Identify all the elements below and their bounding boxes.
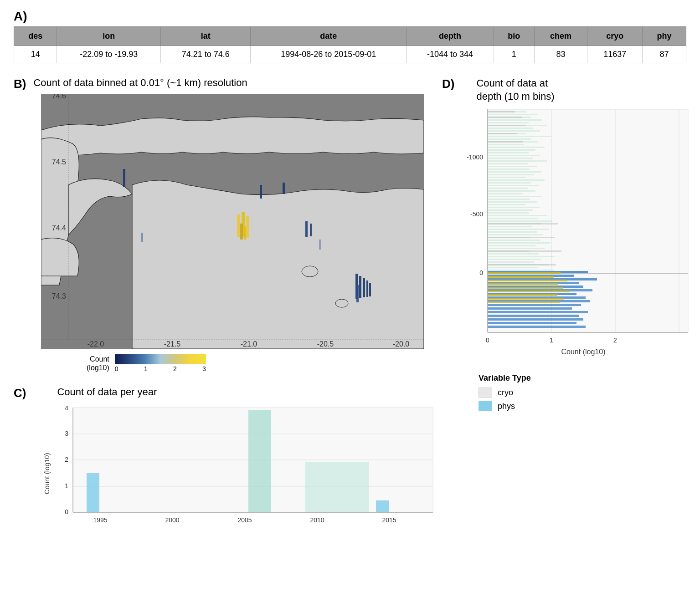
map-svg: -22.0 -21.5 -21.0 -20.5 -20.0 74.3 74.4 … <box>41 94 424 349</box>
legend-title: Variable Type <box>479 373 700 383</box>
col-header-cryo: cryo <box>587 27 643 46</box>
col-header-lon: lon <box>57 27 161 46</box>
svg-rect-61 <box>488 114 538 115</box>
page-container: A) des lon lat date depth bio chem cryo … <box>0 0 700 540</box>
data-table: des lon lat date depth bio chem cryo phy… <box>14 26 686 63</box>
svg-rect-86 <box>488 182 531 184</box>
section-a: A) des lon lat date depth bio chem cryo … <box>14 9 686 63</box>
svg-rect-110 <box>488 248 545 249</box>
section-c-label: C) <box>14 386 26 400</box>
svg-rect-69 <box>488 136 551 137</box>
svg-rect-125 <box>488 237 555 238</box>
colorbar-gradient <box>115 354 206 364</box>
svg-text:0: 0 <box>486 337 489 344</box>
svg-rect-82 <box>488 171 541 173</box>
cell-lon: -22.09 to -19.93 <box>57 46 161 63</box>
svg-rect-95 <box>488 207 540 208</box>
svg-rect-126 <box>488 250 561 252</box>
svg-rect-8 <box>141 233 143 242</box>
svg-rect-80 <box>488 166 537 167</box>
svg-rect-88 <box>488 188 528 189</box>
svg-rect-146 <box>488 280 567 281</box>
svg-rect-123 <box>488 141 523 143</box>
lower-panels: B) Count of data binned at 0.01° (~1 km)… <box>14 77 686 530</box>
svg-rect-84 <box>488 177 526 178</box>
chart-d-svg: -1000 -500 0 0 1 2 Count (log10) <box>460 105 697 360</box>
colorbar-label: Count (log10) <box>87 355 109 372</box>
svg-rect-2 <box>283 183 285 194</box>
svg-rect-77 <box>488 158 533 159</box>
svg-rect-12 <box>359 276 361 298</box>
svg-rect-66 <box>488 128 533 129</box>
map-container: -22.0 -21.5 -21.0 -20.5 -20.0 74.3 74.4 … <box>41 94 424 349</box>
bar-2009 <box>305 462 369 512</box>
svg-rect-75 <box>488 152 529 153</box>
svg-rect-72 <box>488 144 524 145</box>
panel-d-title: Count of data at depth (10 m bins) <box>476 77 554 103</box>
svg-rect-93 <box>488 201 537 203</box>
cell-phy: 87 <box>643 46 686 63</box>
svg-rect-85 <box>488 179 545 181</box>
svg-text:2000: 2000 <box>165 516 179 524</box>
svg-rect-3 <box>237 214 240 237</box>
svg-text:-20.0: -20.0 <box>393 340 410 348</box>
col-header-des: des <box>14 27 57 46</box>
svg-rect-104 <box>488 231 537 233</box>
legend-swatch-cryo <box>479 388 492 398</box>
cell-date: 1994-08-26 to 2015-09-01 <box>251 46 407 63</box>
svg-rect-148 <box>488 287 563 289</box>
svg-rect-78 <box>488 160 547 162</box>
colorbar-container: Count (log10) 0 1 2 3 <box>87 354 442 372</box>
svg-rect-99 <box>488 218 538 219</box>
svg-rect-96 <box>488 209 533 211</box>
bar-2006 <box>248 410 271 512</box>
svg-text:-1000: -1000 <box>467 153 483 161</box>
svg-rect-83 <box>488 174 534 175</box>
svg-rect-140 <box>488 315 579 317</box>
svg-text:2: 2 <box>613 337 617 344</box>
cell-des: 14 <box>14 46 57 63</box>
svg-rect-119 <box>488 111 515 112</box>
legend-item-cryo: cryo <box>479 388 700 398</box>
svg-text:-500: -500 <box>470 210 483 218</box>
legend-label-cryo: cryo <box>498 388 513 398</box>
svg-rect-98 <box>488 215 547 216</box>
island-2 <box>335 299 348 307</box>
svg-text:2015: 2015 <box>382 516 396 524</box>
data-bar <box>123 169 125 187</box>
svg-rect-105 <box>488 234 543 235</box>
legend-label-phys: phys <box>498 402 515 411</box>
svg-rect-122 <box>488 133 517 134</box>
svg-rect-150 <box>488 294 557 296</box>
panel-c-title: Count of data per year <box>57 386 157 398</box>
svg-rect-9 <box>305 221 308 237</box>
panel-b-title: Count of data binned at 0.01° (~1 km) re… <box>33 77 247 89</box>
svg-rect-149 <box>488 291 570 292</box>
svg-rect-124 <box>488 223 558 224</box>
svg-text:74.5: 74.5 <box>52 158 66 166</box>
svg-text:1: 1 <box>550 337 553 344</box>
svg-rect-114 <box>488 259 541 260</box>
svg-text:1995: 1995 <box>93 516 107 524</box>
svg-rect-143 <box>488 326 586 328</box>
svg-rect-87 <box>488 185 539 186</box>
col-header-bio: bio <box>494 27 534 46</box>
col-header-lat: lat <box>161 27 251 46</box>
svg-text:74.4: 74.4 <box>52 224 66 232</box>
section-b-label: B) <box>14 77 26 91</box>
svg-text:-21.5: -21.5 <box>164 340 181 348</box>
svg-rect-5 <box>246 216 249 238</box>
svg-rect-15 <box>369 283 371 296</box>
svg-rect-138 <box>488 307 572 310</box>
svg-rect-92 <box>488 199 530 200</box>
svg-text:0: 0 <box>479 269 483 276</box>
colorbar-ticks: 0 1 2 3 <box>115 365 206 372</box>
svg-rect-16 <box>356 285 359 302</box>
svg-text:74.3: 74.3 <box>52 292 66 300</box>
svg-rect-145 <box>488 276 554 278</box>
chart-d-container: -1000 -500 0 0 1 2 Count (log10) <box>460 105 697 360</box>
svg-rect-17 <box>319 240 321 250</box>
cell-lat: 74.21 to 74.6 <box>161 46 251 63</box>
svg-text:Count
(log10): Count (log10) <box>43 453 51 495</box>
svg-rect-118 <box>488 270 554 271</box>
